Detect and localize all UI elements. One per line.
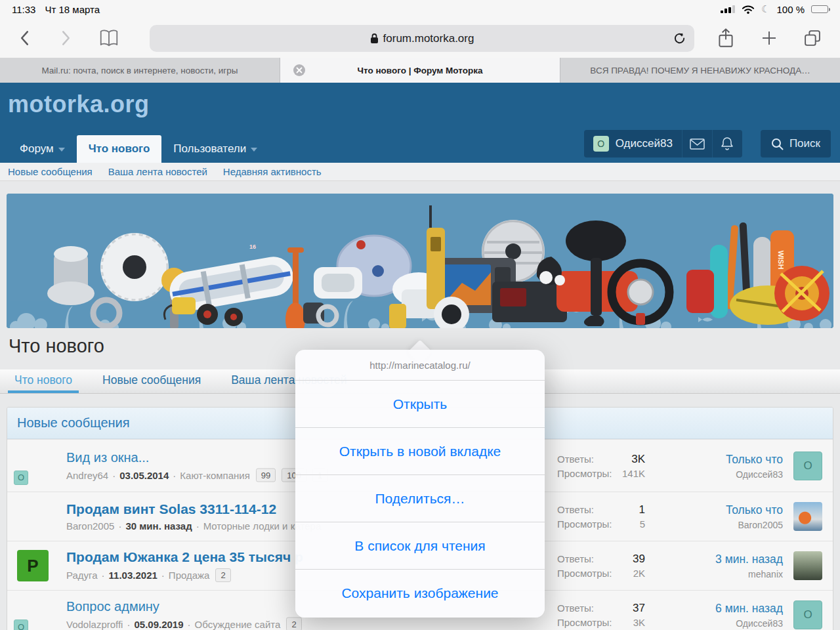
status-bar: 11:33 Чт 18 марта ☾ 100 % (0, 0, 840, 18)
avatar: O (593, 136, 609, 152)
menu-item-open-new-tab[interactable]: Открыть в новой вкладке (295, 428, 545, 475)
thread-date: 05.09.2019 (134, 619, 183, 630)
new-tab-button[interactable] (761, 30, 777, 46)
page-badge[interactable]: 2 (286, 618, 301, 630)
page-tab-whats-new[interactable]: Что нового (8, 373, 79, 393)
thread-title[interactable]: Вопрос админу (66, 599, 302, 614)
url-text: forum.motorka.org (383, 32, 474, 45)
avatar[interactable]: O (793, 452, 822, 480)
last-post-user: Одиссей83 (715, 618, 783, 629)
ipad-screen: 11:33 Чт 18 марта ☾ 100 % (0, 0, 840, 630)
bell-icon (721, 136, 734, 151)
wifi-icon (742, 5, 755, 14)
status-date: Чт 18 марта (45, 4, 100, 15)
header-user-area: O Одиссей83 Поиск (584, 130, 831, 158)
context-menu-url: http://marinecatalog.ru/ (295, 350, 545, 381)
subnav-your-feed[interactable]: Ваша лента новостей (108, 166, 207, 177)
main-nav: Форум Что нового Пользователи (8, 135, 269, 163)
page-tab-new-messages[interactable]: Новые сообщения (96, 373, 207, 393)
site-header: motorka.org Форум Что нового Пользовател… (0, 83, 840, 163)
avatar[interactable]: O (17, 599, 49, 630)
last-post-time[interactable]: Только что (726, 503, 783, 517)
thread-author: Радуга (66, 570, 98, 581)
menu-item-save-image[interactable]: Сохранить изображение (295, 570, 545, 617)
tab-mailru[interactable]: Mail.ru: почта, поиск в интернете, новос… (0, 58, 280, 83)
site-logo[interactable]: motorka.org (8, 91, 150, 118)
back-button[interactable] (20, 30, 30, 46)
forward-button[interactable] (61, 30, 71, 46)
subnav-recent-activity[interactable]: Недавняя активность (223, 166, 322, 177)
last-post-time[interactable]: 6 мин. назад (715, 602, 783, 616)
subnav-new-messages[interactable]: Новые сообщения (8, 166, 93, 177)
page-badge[interactable]: 2 (215, 568, 230, 582)
reload-button[interactable] (673, 32, 686, 48)
status-time: 11:33 (12, 4, 35, 15)
thread-stats: Ответы:1 Просмотры:5 (557, 503, 645, 530)
sub-nav: Новые сообщения Ваша лента новостей Неда… (0, 163, 840, 181)
secure-lock-icon (370, 33, 379, 44)
thread-stats: Ответы:39 Просмотры:2K (557, 553, 645, 579)
bookmarks-button[interactable] (98, 29, 119, 47)
inbox-button[interactable] (682, 130, 712, 158)
avatar[interactable] (793, 502, 822, 531)
replies-count: 39 (633, 553, 645, 566)
battery-percent: 100 % (776, 4, 805, 15)
avatar[interactable]: O (17, 450, 49, 482)
tabs-overview-button[interactable] (803, 29, 822, 47)
nav-users[interactable]: Пользователи (161, 135, 269, 163)
last-post: 6 мин. назад Одиссей83 (715, 602, 783, 629)
views-count: 141K (622, 468, 645, 479)
search-button[interactable]: Поиск (761, 130, 831, 158)
tab-motorka-active[interactable]: Что нового | Форум Моторка (280, 58, 560, 83)
thread-forum: Обсуждение сайта (195, 619, 281, 630)
envelope-icon (690, 138, 705, 150)
last-post-time[interactable]: 3 мин. назад (715, 553, 783, 566)
link-context-menu: http://marinecatalog.ru/ Открыть Открыть… (295, 350, 545, 618)
last-post-user: mehanix (715, 569, 783, 579)
thread-author: Baron2005 (66, 520, 114, 532)
chevron-down-icon (251, 148, 257, 152)
thread-date: 30 мин. назад (125, 520, 192, 532)
address-bar[interactable]: forum.motorka.org (150, 25, 694, 52)
page-badge[interactable]: 99 (256, 468, 276, 482)
close-tab-icon[interactable] (293, 64, 305, 76)
menu-item-reading-list[interactable]: В список для чтения (295, 522, 545, 570)
thread-title[interactable]: Продам винт Solas 3311-114-12 (66, 501, 321, 517)
replies-count: 37 (633, 602, 645, 615)
thread-title[interactable]: Продам Южанка 2 цена 35 тысяч р (66, 549, 303, 565)
thread-stats: Ответы:37 Просмотры:3K (557, 602, 645, 628)
search-icon (771, 138, 784, 150)
last-post-time[interactable]: Только что (726, 452, 783, 466)
avatar[interactable] (793, 551, 822, 580)
avatar[interactable] (17, 501, 49, 532)
safari-tab-bar: Mail.ru: почта, поиск в интернете, новос… (0, 58, 840, 83)
marine-catalog-banner-image[interactable]: WISH 16 (7, 194, 833, 328)
thread-forum: Продажа (169, 570, 210, 581)
menu-item-open[interactable]: Открыть (295, 381, 545, 428)
views-count: 5 (640, 518, 645, 530)
banner-wish-text: WISH (777, 251, 785, 270)
avatar[interactable]: O (793, 600, 822, 629)
chevron-down-icon (58, 148, 65, 152)
thread-date: 11.03.2021 (109, 570, 158, 581)
account-menu[interactable]: O Одиссей83 (584, 130, 682, 158)
views-count: 2K (633, 568, 645, 579)
last-post: 3 мин. назад mehanix (715, 553, 783, 579)
tab-krasnodar[interactable]: ВСЯ ПРАВДА! ПОЧЕМУ Я НЕНАВИЖУ КРАСНОДА… (560, 58, 840, 83)
avatar[interactable]: P (17, 550, 49, 581)
thread-forum: Кают-компания (180, 469, 250, 480)
replies-count: 3K (631, 453, 645, 466)
last-post-user: Baron2005 (726, 520, 783, 530)
menu-item-share[interactable]: Поделиться… (295, 475, 545, 522)
nav-forum[interactable]: Форум (8, 135, 77, 163)
thread-author: Vodolazproffi (66, 619, 123, 630)
thread-title[interactable]: Вид из окна... (66, 450, 327, 465)
username: Одиссей83 (616, 137, 673, 150)
thread-date: 03.05.2014 (119, 469, 169, 480)
safari-toolbar: forum.motorka.org (0, 18, 840, 58)
alerts-button[interactable] (712, 130, 742, 158)
last-post: Только что Baron2005 (726, 503, 783, 530)
status-badge: O (14, 471, 28, 485)
nav-whats-new[interactable]: Что нового (77, 135, 162, 163)
share-button[interactable] (717, 28, 735, 49)
